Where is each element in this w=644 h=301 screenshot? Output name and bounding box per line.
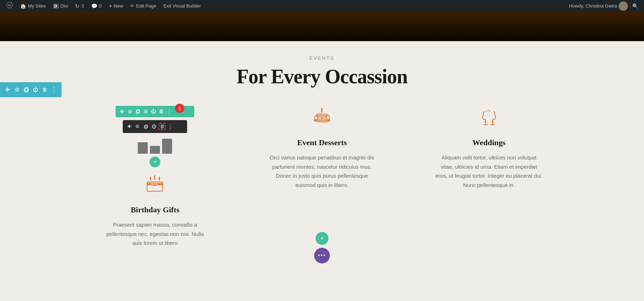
divi-label: Divi: [60, 3, 68, 9]
svg-point-23: [326, 117, 327, 119]
updates-icon: ↻: [75, 3, 79, 9]
new-label: New: [114, 3, 123, 9]
mod-settings-icon[interactable]: ⚙: [126, 108, 133, 115]
bottom-add-button[interactable]: +: [316, 232, 328, 245]
svg-point-27: [486, 120, 487, 121]
search-icon[interactable]: 🔍: [629, 3, 641, 9]
svg-point-22: [321, 117, 323, 119]
my-sites-icon: 🏠: [20, 3, 26, 9]
inner-toolbar: ✚ ⚙ ⏻ 🗑 ⋮: [123, 120, 187, 133]
exit-vb-label: Exit Visual Builder: [164, 3, 201, 9]
row-more-icon[interactable]: ⋮: [50, 86, 58, 94]
weddings-icon: [477, 106, 502, 131]
svg-point-9: [150, 177, 151, 179]
svg-line-30: [486, 110, 488, 112]
wp-logo-item[interactable]: W: [3, 0, 16, 12]
svg-point-21: [317, 117, 318, 119]
svg-point-29: [492, 120, 492, 121]
row-duplicate-icon[interactable]: [22, 86, 30, 94]
user-greeting: Howdy, Christina Gwira: [569, 3, 617, 9]
svg-point-13: [159, 177, 160, 179]
row-delete-icon[interactable]: 🗑: [41, 86, 49, 94]
add-module-button[interactable]: +: [150, 157, 160, 167]
avatar[interactable]: [619, 1, 628, 11]
updates-count: 3: [81, 3, 84, 9]
dots-label: •••: [318, 252, 326, 259]
mod-delete-icon[interactable]: 🗑: [158, 108, 165, 115]
inner-more-icon[interactable]: ⋮: [167, 123, 174, 130]
inner-add-icon[interactable]: ✚: [126, 123, 133, 130]
my-sites-item[interactable]: 🏠 My Sites: [16, 0, 49, 12]
bottom-dots-button[interactable]: •••: [314, 248, 330, 263]
columns-wrapper: ✚ ⚙ ⊞ ⏻ 🗑 ⋮ 1: [72, 106, 572, 248]
weddings-title: Weddings: [472, 138, 506, 147]
desserts-text: Orci varius natoque penatibus et magnis …: [268, 153, 376, 189]
inner-settings-icon[interactable]: ⚙: [134, 123, 141, 130]
notification-badge: 1: [175, 104, 184, 113]
inner-delete-icon[interactable]: 🗑: [158, 123, 166, 130]
comments-icon: 💬: [91, 3, 97, 9]
admin-bar: W 🏠 My Sites D Divi ↻ 3 💬 0 + New ✏ Edit…: [0, 0, 644, 12]
svg-line-31: [488, 110, 490, 112]
weddings-text: Aliquam velit tortor, ultrices non volut…: [435, 153, 543, 189]
column-desserts: Event Desserts Orci varius natoque penat…: [239, 106, 406, 248]
mod-duplicate-icon[interactable]: [134, 108, 141, 115]
main-content: EVENTS For Every Occassion ✚ ⚙ ⊞: [0, 41, 644, 284]
edit-icon: ✏: [130, 3, 134, 9]
birthday-icon: [142, 173, 167, 198]
updates-item[interactable]: ↻ 3: [72, 0, 87, 12]
edit-page-item[interactable]: ✏ Edit Page: [127, 0, 160, 12]
row-toolbar: ✚ ⚙ ⏻ 🗑 ⋮: [0, 82, 62, 97]
column-graphic: [138, 136, 172, 154]
admin-bar-right: Howdy, Christina Gwira 🔍: [569, 1, 641, 11]
desserts-title: Event Desserts: [297, 138, 347, 147]
exit-vb-item[interactable]: Exit Visual Builder: [160, 0, 205, 12]
wp-logo-icon: W: [6, 2, 13, 10]
comments-count: 0: [99, 3, 102, 9]
svg-point-28: [493, 122, 494, 123]
module-toolbar-green: ✚ ⚙ ⊞ ⏻ 🗑 ⋮ 1: [116, 106, 194, 117]
new-plus-icon: +: [109, 3, 112, 9]
birthday-title: Birthday Gifts: [131, 205, 179, 214]
section-label: EVENTS: [7, 55, 637, 61]
divi-item[interactable]: D Divi: [49, 0, 72, 12]
divi-icon: D: [53, 4, 59, 9]
new-item[interactable]: + New: [105, 0, 127, 12]
row-add-icon[interactable]: ✚: [4, 86, 11, 94]
mod-more-icon[interactable]: ⋮: [166, 108, 173, 115]
birthday-text: Praesent sapien massa, convallis a pelle…: [101, 220, 209, 248]
row-power-icon[interactable]: ⏻: [31, 86, 39, 94]
mod-cols-icon[interactable]: ⊞: [142, 108, 149, 115]
mod-power-icon[interactable]: ⏻: [150, 108, 157, 115]
svg-point-26: [484, 122, 485, 123]
desserts-icon: [309, 106, 335, 131]
svg-point-17: [321, 108, 323, 110]
inner-duplicate-icon[interactable]: [142, 123, 149, 130]
inner-power-icon[interactable]: ⏻: [150, 123, 157, 130]
section-title: For Every Occassion: [7, 65, 637, 88]
mod-add-icon[interactable]: ✚: [118, 108, 126, 115]
column-weddings: Weddings Aliquam velit tortor, ultrices …: [405, 106, 572, 248]
svg-point-11: [154, 175, 156, 177]
hero-section: [0, 12, 644, 41]
svg-text:W: W: [8, 3, 12, 7]
edit-page-label: Edit Page: [136, 3, 156, 9]
bottom-add-icon: +: [320, 234, 324, 243]
comments-item[interactable]: 💬 0: [88, 0, 105, 12]
row-settings-icon[interactable]: ⚙: [13, 86, 21, 94]
column-birthday: ✚ ⚙ ⊞ ⏻ 🗑 ⋮ 1: [72, 106, 239, 248]
my-sites-label: My Sites: [28, 3, 46, 9]
